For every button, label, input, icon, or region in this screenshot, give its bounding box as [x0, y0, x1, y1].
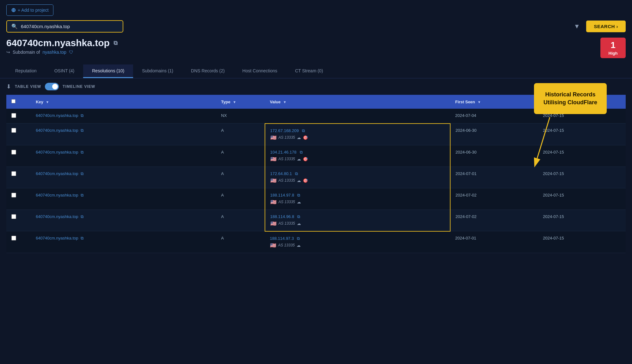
flag-icon: 🇺🇸 — [270, 221, 277, 227]
subdomain-parent-link[interactable]: nyashka.top — [42, 50, 66, 55]
copy-ip-icon[interactable]: ⧉ — [297, 193, 300, 198]
domain-key-link[interactable]: 640740cm.nyashka.top — [36, 214, 78, 219]
header-type-col[interactable]: Type ▼ — [216, 95, 265, 109]
search-row: 🔍 ▼ SEARCH › — [0, 19, 632, 36]
cloud-icon: ☁ — [297, 243, 301, 248]
copy-key-icon[interactable]: ⧉ — [80, 236, 84, 240]
domain-key-link[interactable]: 640740cm.nyashka.top — [36, 236, 78, 240]
row-key-cell: 640740cm.nyashka.top ⧉ — [31, 145, 216, 167]
plus-icon: ⊕ — [11, 7, 16, 14]
copy-key-icon[interactable]: ⧉ — [80, 214, 84, 219]
value-block: 172.64.80.1 ⧉🇺🇸AS 13335☁🎯 — [270, 171, 445, 184]
domain-key-link[interactable]: 640740cm.nyashka.top — [36, 150, 78, 155]
view-toggle-switch[interactable] — [45, 83, 59, 90]
ip-row: 188.114.97.3 ⧉ — [270, 236, 445, 241]
row-checkbox[interactable] — [11, 128, 16, 133]
svg-line-1 — [537, 117, 550, 158]
value-filter-icon[interactable]: ▼ — [283, 100, 286, 104]
value-block: 188.114.97.3 ⧉🇺🇸AS 13335☁ — [270, 236, 445, 248]
as-number: AS 13335 — [279, 200, 295, 204]
row-checkbox[interactable] — [11, 214, 16, 219]
copy-key-icon[interactable]: ⧉ — [80, 150, 84, 155]
tab-osint[interactable]: OSINT (4) — [46, 64, 83, 78]
add-to-project-button[interactable]: ⊕ + Add to project — [6, 4, 53, 16]
cloud-icon: ☁ — [297, 200, 301, 204]
row-key-cell: 640740cm.nyashka.top ⧉ — [31, 167, 216, 188]
domain-key-link[interactable]: 640740cm.nyashka.top — [36, 128, 78, 133]
row-checkbox-cell — [6, 167, 31, 188]
row-checkbox[interactable] — [11, 236, 16, 240]
search-input[interactable] — [21, 24, 109, 29]
domain-key-link[interactable]: 640740cm.nyashka.top — [36, 171, 78, 176]
table-header-row: Key ▼ Type ▼ Value ▼ First Seen ▼ — [6, 95, 626, 109]
type-filter-icon[interactable]: ▼ — [233, 100, 236, 104]
header-first-seen-col[interactable]: First Seen ▼ — [450, 95, 538, 109]
search-button[interactable]: SEARCH › — [586, 21, 626, 32]
row-type-cell: A — [216, 167, 265, 188]
tab-resolutions[interactable]: Resolutions (10) — [83, 64, 133, 78]
first-seen-cell: 2024-06-30 — [450, 145, 538, 167]
ip-value-link[interactable]: 172.64.80.1 — [270, 171, 292, 176]
tab-subdomains[interactable]: Subdomains (1) — [133, 64, 182, 78]
copy-key-icon[interactable]: ⧉ — [80, 171, 84, 176]
copy-domain-icon[interactable]: ⧉ — [114, 40, 118, 46]
row-type-cell: A — [216, 145, 265, 167]
data-table: Key ▼ Type ▼ Value ▼ First Seen ▼ — [6, 95, 626, 253]
value-meta-row: 🇺🇸AS 13335☁ — [270, 221, 445, 227]
row-checkbox-cell — [6, 231, 31, 253]
copy-key-icon[interactable]: ⧉ — [80, 193, 84, 197]
annotation-wrapper: Historical Records Utilising CloudFlare — [534, 83, 607, 165]
domain-key-link[interactable]: 640740cm.nyashka.top — [36, 113, 78, 118]
as-number: AS 13335 — [278, 243, 295, 247]
search-icon: 🔍 — [11, 23, 18, 29]
last-seen-cell: 2024-07-15 — [538, 209, 626, 231]
copy-key-icon[interactable]: ⧉ — [80, 128, 84, 133]
as-number: AS 13335 — [279, 157, 295, 161]
copy-ip-icon[interactable]: ⧉ — [297, 214, 300, 219]
ip-value-link[interactable]: 188.114.96.8 — [270, 214, 294, 219]
tab-host-connections[interactable]: Host Connections — [234, 64, 286, 78]
table-row: 640740cm.nyashka.top ⧉A104.21.46.178 ⧉🇺🇸… — [6, 145, 626, 167]
header-key-col[interactable]: Key ▼ — [31, 95, 216, 109]
copy-ip-icon[interactable]: ⧉ — [295, 171, 298, 176]
ip-value-link[interactable]: 104.21.46.178 — [270, 150, 297, 155]
copy-ip-icon[interactable]: ⧉ — [300, 150, 303, 155]
row-checkbox[interactable] — [11, 150, 16, 155]
copy-key-icon[interactable]: ⧉ — [80, 113, 84, 118]
row-type-cell: NX — [216, 109, 265, 124]
ip-row: 188.114.96.8 ⧉ — [270, 214, 445, 219]
tab-dns-records[interactable]: DNS Records (2) — [182, 64, 234, 78]
tab-ct-stream[interactable]: CT Stream (0) — [286, 64, 332, 78]
ip-value-link[interactable]: 188.114.97.3 — [270, 236, 294, 241]
row-value-cell — [265, 109, 450, 124]
key-filter-icon[interactable]: ▼ — [46, 100, 49, 104]
ip-value-link[interactable]: 188.114.97.8 — [270, 193, 294, 197]
page-wrapper: ⊕ + Add to project 🔍 ▼ SEARCH › 640740cm… — [0, 0, 632, 253]
row-checkbox[interactable] — [11, 193, 16, 197]
copy-ip-icon[interactable]: ⧉ — [297, 236, 300, 241]
table-row: 640740cm.nyashka.top ⧉A188.114.97.8 ⧉🇺🇸A… — [6, 188, 626, 209]
copy-ip-icon[interactable]: ⧉ — [302, 128, 305, 133]
header-value-col[interactable]: Value ▼ — [265, 95, 450, 109]
header-checkbox-col — [6, 95, 31, 109]
domain-key-link[interactable]: 640740cm.nyashka.top — [36, 193, 78, 197]
subdomain-prefix-label: Subdomain of — [13, 50, 40, 55]
row-checkbox[interactable] — [11, 113, 16, 118]
table-body: 640740cm.nyashka.top ⧉NX2024-07-042024-0… — [6, 109, 626, 253]
ip-value-link[interactable]: 172.67.168.209 — [270, 128, 299, 133]
row-checkbox[interactable] — [11, 171, 16, 176]
annotation-text: Historical Records Utilising CloudFlare — [543, 91, 597, 106]
select-all-checkbox[interactable] — [11, 99, 15, 103]
tab-reputation[interactable]: Reputation — [6, 64, 46, 78]
first-seen-col-label: First Seen — [455, 100, 475, 104]
row-key-cell: 640740cm.nyashka.top ⧉ — [31, 124, 216, 145]
last-seen-cell: 2024-07-15 — [538, 188, 626, 209]
download-icon[interactable]: ⬇ — [6, 83, 11, 90]
value-meta-row: 🇺🇸AS 13335☁🎯 — [270, 178, 445, 184]
first-seen-filter-icon[interactable]: ▼ — [477, 100, 481, 104]
table-row: 640740cm.nyashka.top ⧉A172.64.80.1 ⧉🇺🇸AS… — [6, 167, 626, 188]
value-block: 188.114.96.8 ⧉🇺🇸AS 13335☁ — [270, 214, 445, 227]
filter-icon[interactable]: ▼ — [571, 21, 583, 32]
ip-row: 172.64.80.1 ⧉ — [270, 171, 445, 176]
as-number: AS 13335 — [279, 178, 295, 183]
